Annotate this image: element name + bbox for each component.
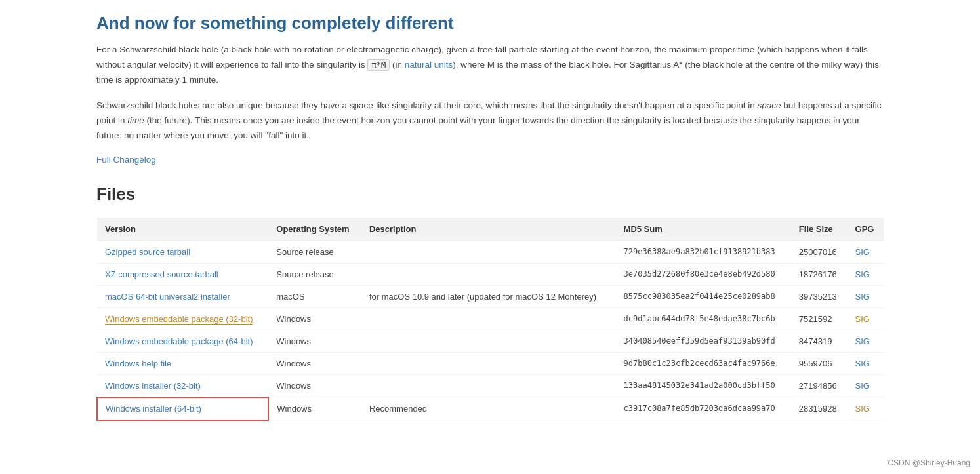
sig-link[interactable]: SIG: [855, 336, 870, 346]
col-filesize: File Size: [791, 218, 847, 241]
p2-text-a: Schwarzschild black holes are also uniqu…: [96, 100, 755, 110]
os-cell: Windows: [268, 352, 361, 374]
sig-link[interactable]: SIG: [855, 247, 870, 257]
table-row: Windows embeddable package (64-bit)Windo…: [97, 330, 884, 352]
os-cell: Windows: [268, 374, 361, 397]
md5-cell: 3e7035d272680f80e3ce4e8eb492d580: [616, 263, 791, 285]
filesize-cell: 39735213: [791, 285, 847, 307]
os-cell: Source release: [268, 241, 361, 263]
md5-cell: 133aa48145032e341ad2a000cd3bff50: [616, 374, 791, 397]
paragraph-1: For a Schwarzschild black hole (a black …: [96, 43, 884, 88]
table-row: Windows embeddable package (32-bit)Windo…: [97, 307, 884, 330]
version-link[interactable]: Windows embeddable package (32-bit): [105, 314, 253, 325]
files-title: Files: [96, 184, 884, 205]
page-title: And now for something completely differe…: [96, 13, 884, 33]
table-row: Windows help fileWindows9d7b80c1c23cfb2c…: [97, 352, 884, 374]
time-italic: time: [127, 115, 144, 125]
col-version: Version: [97, 218, 268, 241]
filesize-cell: 27194856: [791, 374, 847, 397]
sig-link[interactable]: SIG: [855, 381, 870, 391]
col-os: Operating System: [268, 218, 361, 241]
description-cell: [361, 352, 616, 374]
files-table: Version Operating System Description MD5…: [96, 218, 884, 421]
os-cell: Source release: [268, 263, 361, 285]
filesize-cell: 7521592: [791, 307, 847, 330]
version-link[interactable]: Windows installer (32-bit): [105, 381, 201, 391]
os-cell: Windows: [268, 330, 361, 352]
version-link[interactable]: Windows embeddable package (64-bit): [105, 336, 253, 346]
table-header: Version Operating System Description MD5…: [97, 218, 884, 241]
description-cell: [361, 307, 616, 330]
space-italic: space: [757, 100, 781, 110]
sig-link[interactable]: SIG: [855, 314, 870, 324]
table-row: macOS 64-bit universal2 installermacOSfo…: [97, 285, 884, 307]
filesize-cell: 9559706: [791, 352, 847, 374]
p2-text-c: (the future). This means once you are in…: [96, 115, 860, 140]
md5-cell: 340408540eeff359d5eaf93139ab90fd: [616, 330, 791, 352]
md5-cell: dc9d1abc644dd78f5e48edae38c7bc6b: [616, 307, 791, 330]
md5-cell: 9d7b80c1c23cfb2cecd63ac4fac9766e: [616, 352, 791, 374]
version-link[interactable]: Gzipped source tarball: [105, 247, 190, 257]
os-cell: Windows: [268, 307, 361, 330]
description-cell: Recommended: [361, 397, 616, 420]
table-row: Gzipped source tarballSource release729e…: [97, 241, 884, 263]
table-row: Windows installer (64-bit)WindowsRecomme…: [97, 397, 884, 420]
col-md5: MD5 Sum: [616, 218, 791, 241]
filesize-cell: 8474319: [791, 330, 847, 352]
table-row: XZ compressed source tarballSource relea…: [97, 263, 884, 285]
col-gpg: GPG: [847, 218, 884, 241]
sig-link[interactable]: SIG: [855, 292, 870, 302]
content-area: And now for something completely differe…: [96, 13, 884, 421]
os-cell: macOS: [268, 285, 361, 307]
filesize-cell: 25007016: [791, 241, 847, 263]
description-cell: [361, 263, 616, 285]
paragraph-2: Schwarzschild black holes are also uniqu…: [96, 98, 884, 144]
md5-cell: 729e36388ae9a832b01cf9138921b383: [616, 241, 791, 263]
full-changelog-link[interactable]: Full Changelog: [96, 155, 156, 165]
description-cell: for macOS 10.9 and later (updated for ma…: [361, 285, 616, 307]
md5-cell: c3917c08a7fe85db7203da6dcaa99a70: [616, 397, 791, 420]
table-row: Windows installer (32-bit)Windows133aa48…: [97, 374, 884, 397]
os-cell: Windows: [268, 397, 361, 420]
sig-link[interactable]: SIG: [855, 359, 870, 368]
description-cell: [361, 374, 616, 397]
filesize-cell: 18726176: [791, 263, 847, 285]
md5-cell: 8575cc983035ea2f0414e25ce0289ab8: [616, 285, 791, 307]
filesize-cell: 28315928: [791, 397, 847, 420]
description-cell: [361, 330, 616, 352]
version-link[interactable]: Windows installer (64-bit): [106, 404, 201, 414]
version-link[interactable]: Windows help file: [105, 359, 171, 368]
col-description: Description: [361, 218, 616, 241]
natural-units-link[interactable]: natural units: [405, 60, 453, 69]
pi-m-code: π*M: [367, 59, 390, 71]
sig-link[interactable]: SIG: [855, 404, 870, 414]
sig-link[interactable]: SIG: [855, 269, 870, 279]
table-body: Gzipped source tarballSource release729e…: [97, 241, 884, 420]
version-link[interactable]: XZ compressed source tarball: [105, 269, 218, 279]
description-cell: [361, 241, 616, 263]
version-link[interactable]: macOS 64-bit universal2 installer: [105, 292, 230, 302]
